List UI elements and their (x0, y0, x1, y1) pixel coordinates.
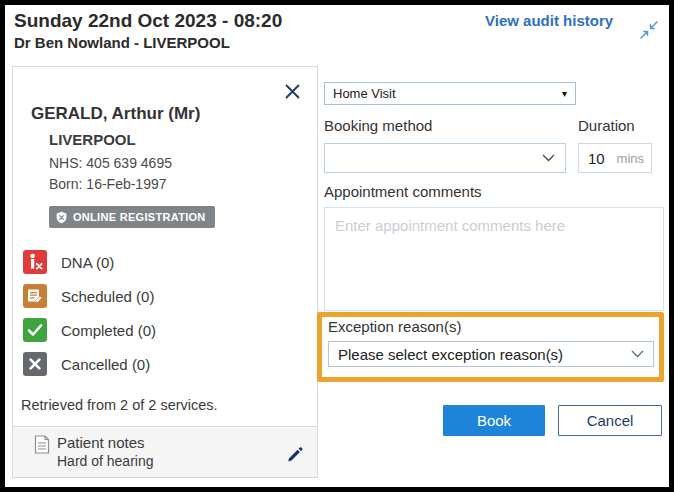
exception-reason-label: Exception reason(s) (328, 318, 461, 335)
patient-notes-title: Patient notes (57, 434, 145, 451)
services-retrieved-text: Retrieved from 2 of 2 services. (21, 397, 218, 413)
duration-input[interactable] (579, 150, 613, 167)
cancelled-icon (23, 352, 47, 376)
duration-label: Duration (578, 117, 635, 134)
cancel-button[interactable]: Cancel (558, 405, 662, 436)
shield-icon (55, 211, 68, 224)
status-label: DNA (0) (61, 254, 114, 271)
duration-field: mins (578, 143, 652, 173)
status-label: Completed (0) (61, 322, 156, 339)
patient-notes-value: Hard of hearing (57, 453, 154, 469)
status-row-cancelled: Cancelled (0) (23, 347, 156, 381)
document-icon (34, 435, 50, 454)
status-row-completed: Completed (0) (23, 313, 156, 347)
patient-summary-panel: GERALD, Arthur (Mr) LIVERPOOL NHS: 405 6… (12, 66, 318, 478)
slot-type-value: Home Visit (333, 86, 396, 101)
appointment-dialog: Sunday 22nd Oct 2023 - 08:20 Dr Ben Nowl… (0, 0, 674, 492)
clinician-subtitle: Dr Ben Nowland - LIVERPOOL (14, 34, 230, 51)
chevron-down-icon (631, 350, 644, 358)
exception-reason-value: Please select exception reason(s) (338, 346, 563, 363)
book-button[interactable]: Book (443, 405, 545, 436)
badge-label: ONLINE REGISTRATION (73, 211, 206, 223)
patient-nhs-number: NHS: 405 639 4695 (49, 155, 172, 171)
patient-name: GERALD, Arthur (Mr) (31, 104, 200, 124)
status-row-dna: DNA (0) (23, 245, 156, 279)
status-row-scheduled: Scheduled (0) (23, 279, 156, 313)
status-label: Cancelled (0) (61, 356, 150, 373)
collapse-icon[interactable] (638, 19, 660, 41)
edit-notes-pencil-icon[interactable] (285, 445, 304, 464)
appointment-status-list: DNA (0) Scheduled (0) Co (23, 245, 156, 381)
dna-icon (23, 250, 47, 274)
completed-icon (23, 318, 47, 342)
caret-down-icon: ▾ (562, 88, 567, 99)
status-label: Scheduled (0) (61, 288, 154, 305)
online-registration-badge: ONLINE REGISTRATION (49, 206, 215, 228)
chevron-down-icon (542, 154, 555, 162)
appointment-comments-label: Appointment comments (324, 183, 482, 200)
patient-dob: Born: 16-Feb-1997 (49, 176, 167, 192)
booking-method-label: Booking method (324, 117, 432, 134)
patient-location: LIVERPOOL (49, 131, 136, 148)
duration-unit: mins (617, 151, 651, 166)
view-audit-history-link[interactable]: View audit history (485, 12, 613, 29)
booking-method-select[interactable] (324, 143, 566, 173)
slot-type-select[interactable]: Home Visit ▾ (324, 82, 576, 105)
exception-reason-select[interactable]: Please select exception reason(s) (328, 341, 654, 367)
patient-notes-section: Patient notes Hard of hearing (13, 426, 317, 477)
scheduled-icon (23, 284, 47, 308)
appointment-comments-textarea[interactable] (324, 207, 664, 311)
close-icon[interactable] (284, 83, 301, 100)
slot-datetime-title: Sunday 22nd Oct 2023 - 08:20 (14, 10, 282, 32)
